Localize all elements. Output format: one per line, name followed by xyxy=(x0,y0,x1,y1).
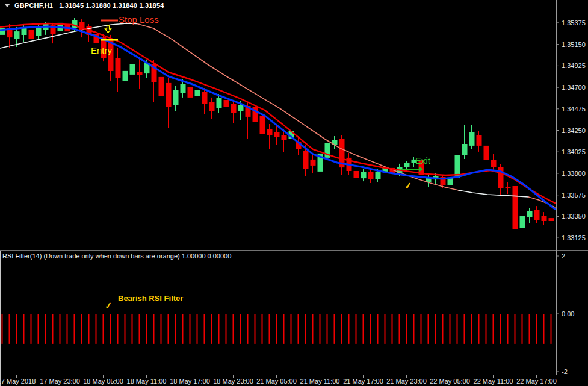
price-axis-label: 1.33350 xyxy=(562,213,586,220)
moving-average-line xyxy=(137,24,459,191)
candle-bearish xyxy=(477,135,482,146)
price-axis-label: 1.35150 xyxy=(562,41,586,48)
candle-bearish xyxy=(137,72,143,75)
price-axis-label: 1.33800 xyxy=(562,170,586,177)
entry-down-arrow-icon[interactable] xyxy=(105,26,111,33)
collapse-chart-icon[interactable] xyxy=(4,4,10,7)
time-axis-label: 22 May 05:00 xyxy=(430,378,470,385)
chart-title-bar: GBPCHF,H1 1.31845 1.31880 1.31840 1.3185… xyxy=(4,2,164,9)
symbol-period-label: GBPCHF,H1 xyxy=(14,2,53,9)
candle-bullish xyxy=(14,31,20,39)
candle-bearish xyxy=(202,92,208,104)
time-axis-label: 22 May 11:00 xyxy=(474,378,513,385)
candle-bullish xyxy=(404,163,410,167)
entry-label[interactable]: Entry xyxy=(91,45,112,55)
candle-bearish xyxy=(513,186,518,229)
candle-bearish xyxy=(282,135,287,140)
candle-bullish xyxy=(426,178,432,182)
candle-bearish xyxy=(506,187,511,188)
rsi-axis-label: 2 xyxy=(562,252,565,260)
time-axis-label: 18 May 11:00 xyxy=(127,378,167,385)
chart-canvas[interactable] xyxy=(0,0,588,386)
bearish-rsi-filter-label[interactable]: Bearish RSI Filter xyxy=(118,294,183,303)
candle-bearish xyxy=(209,102,215,111)
exit-checkmark-icon[interactable]: ✓ xyxy=(404,180,413,192)
candle-bullish xyxy=(22,28,27,35)
candle-bearish xyxy=(491,160,497,167)
candle-bullish xyxy=(130,64,135,75)
price-axis-label: 1.33575 xyxy=(562,191,586,199)
candle-bearish xyxy=(534,210,540,220)
candle-bullish xyxy=(181,84,186,93)
time-axis-label: 22 May 17:00 xyxy=(516,378,557,385)
candle-bearish xyxy=(224,100,229,107)
candle-bullish xyxy=(36,28,42,36)
time-axis-label: 21 May 11:00 xyxy=(300,378,340,385)
stop-loss-label[interactable]: Stop Loss xyxy=(119,14,159,25)
time-axis-label: 18 May 05:00 xyxy=(83,378,123,385)
candle-bullish xyxy=(462,144,468,155)
candle-bullish xyxy=(376,172,381,179)
time-axis-label: 18 May 23:00 xyxy=(213,378,253,385)
candle-bearish xyxy=(188,87,193,98)
price-axis-label: 1.34700 xyxy=(562,84,586,91)
indicator-header: RSI Filter(14) (Down trade only when dow… xyxy=(2,252,231,260)
price-axis-label: 1.34025 xyxy=(562,148,586,155)
time-axis-label: 17 May 23:00 xyxy=(40,378,80,385)
mt4-chart-window: 1.353751.351501.349251.347001.344751.342… xyxy=(0,0,588,386)
candle-bullish xyxy=(527,211,533,217)
candle-bearish xyxy=(231,104,237,113)
time-axis-label: 18 May 17:00 xyxy=(170,378,210,385)
price-axis-label: 1.33125 xyxy=(562,234,586,241)
candle-bullish xyxy=(361,172,367,178)
candle-bullish xyxy=(520,216,525,228)
price-axis-label: 1.34250 xyxy=(562,127,586,134)
time-axis-label: 21 May 05:00 xyxy=(256,378,297,385)
candle-bearish xyxy=(303,151,309,169)
exit-label[interactable]: Exit xyxy=(415,155,430,166)
candle-bearish xyxy=(549,218,554,221)
moving-average-line xyxy=(459,190,528,197)
moving-average-line xyxy=(0,23,555,203)
candle-bearish xyxy=(542,216,547,221)
rsi-axis-label: 0.00 xyxy=(562,310,574,317)
candle-bearish xyxy=(354,171,359,178)
candle-bearish xyxy=(311,160,316,166)
candle-bearish xyxy=(159,77,164,96)
candle-bullish xyxy=(217,98,222,108)
candle-bullish xyxy=(238,105,244,111)
candle-bearish xyxy=(274,132,280,137)
bearish-rsi-checkmark-icon[interactable]: ✓ xyxy=(104,300,113,312)
price-axis-label: 1.34925 xyxy=(562,62,586,69)
time-axis-label: 21 May 23:00 xyxy=(386,378,427,385)
candle-bearish xyxy=(166,83,172,107)
price-axis-label: 1.35375 xyxy=(562,19,586,26)
candle-bullish xyxy=(469,132,475,146)
candle-bullish xyxy=(123,71,128,81)
time-axis-label: 17 May 2018 xyxy=(0,378,36,385)
candle-bearish xyxy=(260,116,265,134)
time-axis-label: 21 May 17:00 xyxy=(343,378,383,385)
candle-bullish xyxy=(173,90,179,105)
candle-bearish xyxy=(267,129,273,135)
candle-bearish xyxy=(29,30,34,39)
ohlc-quote: 1.31845 1.31880 1.31840 1.31854 xyxy=(59,2,164,9)
rsi-axis-label: -2 xyxy=(562,368,568,375)
moving-average-line xyxy=(0,26,555,209)
candle-bearish xyxy=(484,146,489,160)
candle-bearish xyxy=(116,58,121,78)
candle-bearish xyxy=(368,172,374,179)
price-axis-label: 1.34475 xyxy=(562,105,586,113)
candle-bullish xyxy=(195,90,200,96)
